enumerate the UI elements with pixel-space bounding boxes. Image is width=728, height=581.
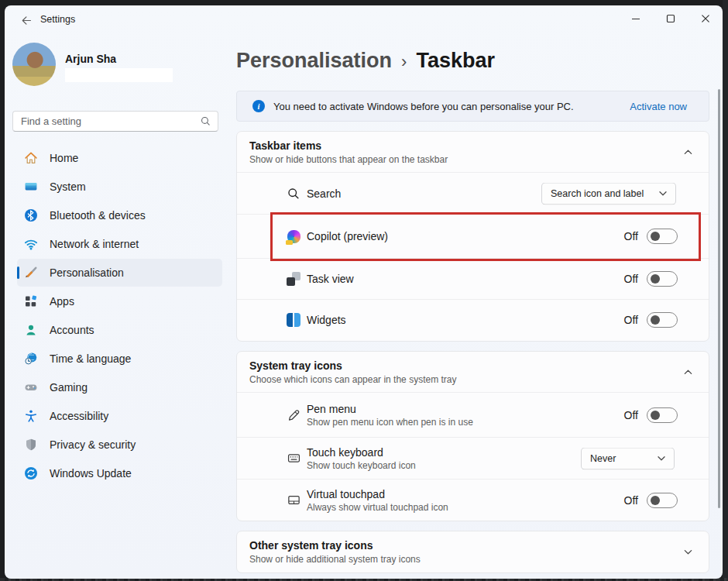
toggle-state-label: Off xyxy=(624,273,638,285)
sidebar-item-windows-update[interactable]: Windows Update xyxy=(17,459,222,487)
find-setting-searchbox[interactable] xyxy=(12,111,218,132)
card-subtitle: Choose which icons can appear in the sys… xyxy=(249,374,696,385)
row-label: Search xyxy=(307,187,341,200)
sidebar-item-network-internet[interactable]: Network & internet xyxy=(17,230,222,258)
sidebar-item-label: Bluetooth & devices xyxy=(50,209,146,222)
accounts-icon xyxy=(23,322,39,338)
system-tray-card: System tray icons Choose which icons can… xyxy=(236,351,709,521)
search-icon xyxy=(200,115,211,127)
toggle-state-label: Off xyxy=(624,314,638,326)
search-input[interactable] xyxy=(21,115,200,127)
taskbar-items-header[interactable]: Taskbar items Show or hide buttons that … xyxy=(237,132,709,172)
breadcrumb-root[interactable]: Personalisation xyxy=(236,49,392,73)
banner-message: You need to activate Windows before you … xyxy=(273,101,630,112)
sidebar-item-label: System xyxy=(50,180,86,193)
row-label: Virtual touchpad xyxy=(307,488,448,500)
virtual-touchpad-toggle[interactable] xyxy=(647,493,678,508)
system-tray-header[interactable]: System tray icons Choose which icons can… xyxy=(237,352,709,392)
sidebar-item-home[interactable]: Home xyxy=(17,144,222,172)
widgets-toggle[interactable] xyxy=(647,312,678,328)
home-icon xyxy=(23,150,39,166)
maximize-button[interactable] xyxy=(653,5,688,32)
touch-keyboard-dropdown[interactable]: Never xyxy=(581,447,675,469)
pen-menu-row: Pen menu Show pen menu icon when pen is … xyxy=(237,392,709,437)
accessibility-icon xyxy=(23,408,39,424)
row-label: Copilot (preview) xyxy=(307,230,388,242)
apps-icon xyxy=(23,294,39,309)
card-subtitle: Show or hide buttons that appear on the … xyxy=(249,154,696,165)
minimize-button[interactable] xyxy=(618,5,653,32)
copilot-icon xyxy=(287,230,300,243)
search-taskbar-icon xyxy=(287,187,300,201)
sidebar-item-label: Network & internet xyxy=(50,238,139,250)
card-title: System tray icons xyxy=(249,359,696,372)
row-label: Task view xyxy=(307,273,354,285)
info-icon: i xyxy=(252,100,265,112)
main-content: Personalisation › Taskbar i You need to … xyxy=(236,42,709,579)
toggle-state-label: Off xyxy=(624,409,638,421)
caption-buttons xyxy=(618,5,723,32)
avatar xyxy=(12,43,56,86)
card-title: Other system tray icons xyxy=(249,539,696,552)
row-description: Always show virtual touchpad icon xyxy=(307,502,448,513)
row-description: Show touch keyboard icon xyxy=(307,460,416,471)
desktop-edge xyxy=(723,0,728,581)
widgets-row: Widgets Off xyxy=(237,299,709,340)
taskbar-items-card: Taskbar items Show or hide buttons that … xyxy=(236,131,709,342)
sidebar-item-personalisation[interactable]: Personalisation xyxy=(17,259,222,287)
sidebar-item-time-language[interactable]: Time & language xyxy=(17,345,222,373)
back-button[interactable] xyxy=(17,12,34,29)
sidebar-item-apps[interactable]: Apps xyxy=(17,287,222,315)
sidebar-item-label: Home xyxy=(50,152,78,164)
sidebar-item-system[interactable]: System xyxy=(17,173,222,201)
window-title: Settings xyxy=(40,14,75,25)
sidebar-item-label: Privacy & security xyxy=(50,438,136,451)
task-view-toggle[interactable] xyxy=(647,271,678,287)
page-title: Taskbar xyxy=(416,49,495,73)
titlebar: Settings xyxy=(5,5,723,36)
card-subtitle: Show or hide additional system tray icon… xyxy=(249,554,696,565)
row-label: Widgets xyxy=(307,314,346,326)
gaming-icon xyxy=(23,380,39,395)
activate-now-link[interactable]: Activate now xyxy=(630,101,687,112)
row-description: Show pen menu icon when pen is in use xyxy=(307,417,473,428)
sidebar-item-gaming[interactable]: Gaming xyxy=(17,373,222,401)
bluetooth-icon xyxy=(23,208,39,223)
search-taskbar-row: Search Search icon and label xyxy=(237,172,709,214)
breadcrumb: Personalisation › Taskbar xyxy=(236,49,495,73)
other-tray-header[interactable]: Other system tray icons Show or hide add… xyxy=(237,531,709,572)
collapse-button[interactable] xyxy=(678,362,698,382)
sidebar-item-bluetooth-devices[interactable]: Bluetooth & devices xyxy=(17,201,222,229)
sidebar-item-label: Gaming xyxy=(50,381,88,394)
touch-keyboard-row: Touch keyboard Show touch keyboard icon … xyxy=(237,437,709,479)
collapse-button[interactable] xyxy=(678,142,698,162)
sidebar-item-label: Accounts xyxy=(50,324,94,336)
pre-badge xyxy=(286,240,293,245)
copilot-toggle[interactable] xyxy=(647,229,678,244)
row-label: Pen menu xyxy=(307,403,473,415)
back-arrow-icon xyxy=(19,14,33,27)
search-style-dropdown[interactable]: Search icon and label xyxy=(541,182,676,205)
sidebar-nav: Home System Bluetoot xyxy=(5,143,231,488)
pen-menu-toggle[interactable] xyxy=(647,407,678,423)
chevron-down-icon xyxy=(683,547,693,557)
sidebar-item-privacy-security[interactable]: Privacy & security xyxy=(17,431,222,459)
dropdown-value: Search icon and label xyxy=(551,188,644,199)
time-language-icon xyxy=(23,351,39,366)
privacy-icon xyxy=(23,437,39,452)
breadcrumb-separator: › xyxy=(401,50,407,72)
vertical-scrollbar[interactable] xyxy=(718,89,720,508)
pen-icon xyxy=(287,407,301,422)
toggle-state-label: Off xyxy=(624,230,638,242)
sidebar-item-accounts[interactable]: Accounts xyxy=(17,316,222,344)
close-button[interactable] xyxy=(688,5,723,32)
expand-button[interactable] xyxy=(678,541,698,562)
other-tray-card: Other system tray icons Show or hide add… xyxy=(236,531,709,573)
sidebar-item-label: Windows Update xyxy=(50,467,132,480)
sidebar-item-accessibility[interactable]: Accessibility xyxy=(17,402,222,430)
user-name: Arjun Sha xyxy=(65,53,116,65)
close-icon xyxy=(699,12,713,26)
card-title: Taskbar items xyxy=(249,139,696,152)
widgets-icon xyxy=(287,313,300,327)
chevron-up-icon xyxy=(683,147,693,157)
